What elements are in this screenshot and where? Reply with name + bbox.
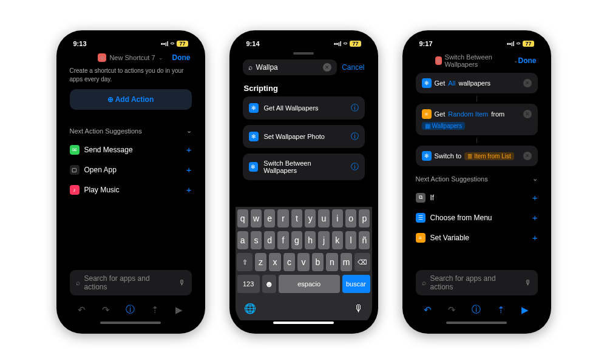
variable-ref[interactable]: ▦Wallpapers [422, 122, 466, 130]
search-query: Wallpa [256, 63, 278, 72]
backspace-key[interactable]: ⌫ [354, 253, 370, 271]
play-icon[interactable]: ▶ [172, 305, 186, 315]
music-icon: ♪ [70, 185, 80, 195]
space-key[interactable]: espacio [279, 275, 340, 293]
mic-icon[interactable]: 🎙 [524, 278, 532, 287]
status-right: ••ıl ⌔ 77 [161, 41, 188, 47]
key[interactable]: a [237, 231, 248, 249]
suggestion-item[interactable]: ▢Open App+ [70, 160, 192, 180]
numbers-key[interactable]: 123 [237, 275, 260, 293]
search-input[interactable]: ⌕ Search for apps and actions 🎙 [70, 270, 192, 295]
play-icon[interactable]: ▶ [518, 305, 532, 315]
emoji-key[interactable]: ☻ [262, 275, 276, 293]
add-icon[interactable]: + [186, 164, 192, 175]
globe-icon[interactable]: 🌐 [244, 303, 256, 314]
shift-key[interactable]: ⇧ [237, 253, 252, 271]
key[interactable]: v [297, 253, 309, 271]
home-indicator[interactable] [273, 322, 334, 324]
undo-icon[interactable]: ↶ [421, 305, 435, 315]
info-icon[interactable]: ⓘ [351, 161, 359, 172]
info-icon[interactable]: ⓘ [124, 304, 137, 315]
home-indicator[interactable] [100, 322, 161, 324]
search-input[interactable]: ⌕ Search for apps and actions 🎙 [416, 270, 538, 295]
search-input[interactable]: ⌕ Wallpa ✕ [243, 59, 337, 75]
remove-icon[interactable]: ✕ [523, 152, 532, 160]
search-icon: ⌕ [422, 278, 426, 287]
result-item[interactable]: ✻Set Wallpaper Photoⓘ [243, 125, 365, 148]
add-icon[interactable]: + [532, 232, 538, 243]
key[interactable]: c [283, 253, 295, 271]
mic-icon[interactable]: 🎙 [178, 278, 186, 287]
suggestion-item[interactable]: ✉Send Message+ [70, 140, 192, 160]
key[interactable]: z [255, 253, 266, 271]
suggestion-item[interactable]: ≡Set Variable+ [416, 228, 538, 248]
key[interactable]: f [277, 231, 288, 249]
key[interactable]: j [318, 231, 329, 249]
action-card-3[interactable]: ✻ Switch to ≣Item from List ✕ [416, 146, 538, 166]
result-item[interactable]: ✻Get All Wallpapersⓘ [243, 96, 365, 120]
suggestion-item[interactable]: ⧉If+ [416, 187, 538, 207]
clear-icon[interactable]: ✕ [323, 63, 331, 72]
key[interactable]: h [305, 231, 316, 249]
remove-icon[interactable]: ✕ [523, 79, 532, 87]
key[interactable]: r [277, 209, 288, 228]
key[interactable]: y [305, 209, 316, 228]
key[interactable]: t [291, 209, 302, 228]
phone-2: 9:14 ••ıl ⌔ 77 ⌕ Wallpa ✕ Cancel Scripti… [229, 30, 378, 334]
key[interactable]: o [345, 209, 356, 228]
shortcut-title: New Shortcut 7 [109, 54, 155, 61]
shortcut-title-pill[interactable]: ◎ Switch Between Wallpapers ⌄ [435, 53, 518, 68]
shortcut-title-pill[interactable]: ◎ New Shortcut 7 ⌄ [89, 53, 172, 62]
key[interactable]: b [312, 253, 324, 271]
key[interactable]: g [291, 231, 302, 249]
key[interactable]: ñ [359, 231, 370, 249]
key[interactable]: e [264, 209, 275, 228]
key[interactable]: p [359, 209, 370, 228]
done-button[interactable]: Done [172, 53, 191, 62]
share-icon[interactable]: ⇡ [494, 305, 507, 315]
info-icon[interactable]: ⓘ [351, 131, 359, 142]
redo-icon[interactable]: ↷ [100, 305, 113, 315]
notch [270, 30, 337, 44]
variable-icon: ≡ [422, 109, 432, 119]
share-icon[interactable]: ⇡ [148, 305, 161, 315]
info-icon[interactable]: ⓘ [470, 304, 483, 315]
chevron-down-icon: ⌄ [514, 58, 518, 64]
add-icon[interactable]: + [532, 212, 538, 223]
key[interactable]: i [332, 209, 343, 228]
suggestion-item[interactable]: ♪Play Music+ [70, 180, 192, 200]
search-key[interactable]: buscar [342, 275, 370, 293]
key[interactable]: u [318, 209, 329, 228]
search-placeholder: Search for apps and actions [430, 274, 520, 291]
action-card-1[interactable]: ✻ Get All wallpapers ✕ [416, 73, 538, 93]
key[interactable]: w [251, 209, 262, 228]
key[interactable]: q [237, 209, 248, 228]
add-icon[interactable]: + [532, 192, 538, 203]
info-icon[interactable]: ⓘ [351, 103, 359, 113]
key[interactable]: x [269, 253, 280, 271]
suggestion-item[interactable]: ☰Choose from Menu+ [416, 207, 538, 228]
mic-icon[interactable]: 🎙 [354, 303, 364, 314]
action-card-2[interactable]: ≡ Get Random Item from ✕ ▦Wallpapers [416, 104, 538, 135]
suggestions-header[interactable]: Next Action Suggestions ⌄ [416, 175, 538, 183]
search-placeholder: Search for apps and actions [84, 274, 174, 291]
key[interactable]: m [341, 253, 352, 271]
key[interactable]: k [332, 231, 343, 249]
undo-icon[interactable]: ↶ [75, 305, 89, 315]
cancel-button[interactable]: Cancel [342, 63, 364, 72]
key[interactable]: n [326, 253, 337, 271]
suggestions-header[interactable]: Next Action Suggestions ⌄ [70, 127, 192, 135]
home-indicator[interactable] [446, 322, 507, 324]
variable-ref[interactable]: ≣Item from List [464, 152, 514, 160]
add-icon[interactable]: + [186, 144, 192, 155]
key[interactable]: l [345, 231, 356, 249]
key[interactable]: d [264, 231, 275, 249]
done-button[interactable]: Done [518, 56, 537, 65]
add-action-button[interactable]: ⊕ Add Action [70, 89, 192, 110]
result-item[interactable]: ✻Switch Between Wallpapersⓘ [243, 153, 365, 180]
drag-handle[interactable] [293, 52, 314, 55]
add-icon[interactable]: + [186, 184, 192, 195]
redo-icon[interactable]: ↷ [446, 305, 459, 315]
key[interactable]: s [251, 231, 262, 249]
remove-icon[interactable]: ✕ [523, 110, 532, 118]
